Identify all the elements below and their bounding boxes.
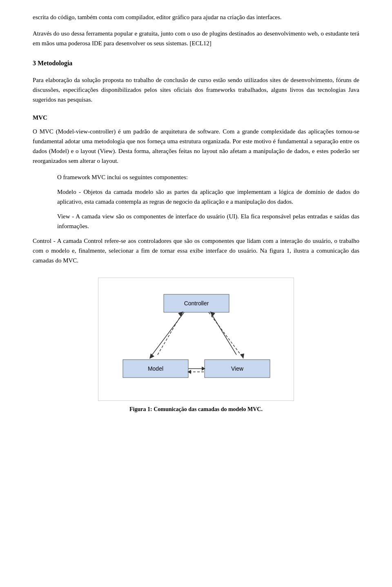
control-paragraph: Control - A camada Control refere-se aos… [33, 236, 359, 265]
mvc-diagram-svg: Controller Model View [115, 290, 278, 388]
intro-paragraph-1: escrita do código, também conta com comp… [33, 12, 359, 22]
figure-caption: Figura 1: Comunicação das camadas do mod… [129, 405, 263, 414]
figure-container: Controller Model View [33, 278, 359, 414]
svg-text:Controller: Controller [184, 300, 209, 307]
svg-text:Model: Model [148, 365, 163, 372]
svg-text:View: View [231, 365, 244, 372]
mvc-components-intro: O framework MVC inclui os seguintes comp… [57, 172, 359, 182]
svg-line-8 [212, 315, 236, 355]
section-3-body: Para elaboração da solução proposta no t… [33, 75, 359, 105]
svg-marker-3 [149, 354, 154, 359]
section-3-heading: 3 Metodologia [33, 58, 359, 69]
mvc-intro-paragraph: O MVC (Model-view-controller) é um padrã… [33, 127, 359, 166]
document-content: escrita do código, também conta com comp… [33, 12, 359, 414]
svg-marker-7 [240, 354, 244, 359]
mvc-heading: MVC [33, 113, 359, 122]
view-paragraph: View - A camada view são os componentes … [57, 211, 359, 231]
intro-paragraph-2: Através do uso dessa ferramenta popular … [33, 29, 359, 48]
mvc-diagram: Controller Model View [98, 278, 294, 401]
svg-line-6 [209, 312, 241, 356]
modelo-paragraph: Modelo - Objetos da camada modelo são as… [57, 187, 359, 207]
